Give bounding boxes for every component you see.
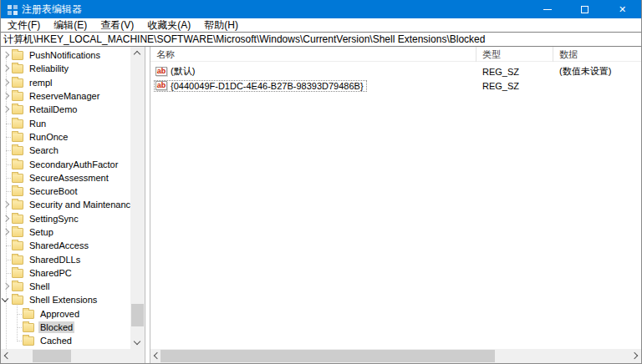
- tree-item-shell[interactable]: Shell: [1, 280, 130, 293]
- folder-icon: [12, 269, 23, 278]
- scroll-up-icon[interactable]: [134, 51, 140, 58]
- tree-connector-stub: [6, 273, 11, 274]
- close-button[interactable]: ✕: [604, 0, 641, 18]
- scroll-left-icon[interactable]: [4, 352, 11, 359]
- tree-item-label: Run: [28, 118, 48, 129]
- tree-item-secureboot[interactable]: SecureBoot: [1, 185, 130, 198]
- chevron-right-icon[interactable]: [3, 201, 9, 208]
- title-bar: 注册表编辑器 ✕: [1, 0, 641, 18]
- tree-item-label: SharedAccess: [28, 240, 90, 251]
- menu-help[interactable]: 帮助(H): [197, 18, 245, 33]
- tree-item-label: RetailDemo: [28, 104, 79, 115]
- tree-hscroll-thumb[interactable]: [33, 350, 71, 362]
- tree-connector-stub: [6, 164, 11, 165]
- tree-item-label: SecondaryAuthFactor: [28, 159, 120, 170]
- chevron-right-icon[interactable]: [3, 106, 9, 113]
- chevron-right-icon[interactable]: [3, 283, 9, 290]
- tree-item-reliability[interactable]: Reliability: [1, 62, 130, 75]
- tree-connector-stub: [17, 327, 22, 328]
- chevron-right-icon[interactable]: [3, 215, 9, 221]
- maximize-button[interactable]: [566, 0, 604, 18]
- tree-item-label: Setup: [28, 226, 55, 238]
- scroll-down-icon[interactable]: [134, 338, 140, 345]
- value-name[interactable]: ab(默认): [154, 64, 198, 78]
- tree-item-reservemanager[interactable]: ReserveManager: [1, 89, 130, 103]
- tree-item-security-and-maintenance[interactable]: Security and Maintenance: [1, 198, 130, 211]
- folder-icon: [12, 105, 23, 114]
- folder-icon: [12, 255, 23, 265]
- address-bar: [1, 32, 641, 47]
- tree-item-secureassessment[interactable]: SecureAssessment: [1, 171, 130, 185]
- registry-app-icon: [7, 4, 18, 15]
- folder-icon: [12, 160, 23, 169]
- list-horizontal-scrollbar[interactable]: [150, 349, 641, 363]
- column-header-data[interactable]: 数据: [553, 47, 641, 62]
- tree-item-cached[interactable]: Cached: [1, 334, 130, 347]
- tree-item-label: Approved: [38, 308, 81, 320]
- list-header: 名称 类型 数据: [150, 47, 641, 62]
- tree-item-search[interactable]: Search: [1, 144, 130, 157]
- folder-icon: [12, 119, 23, 129]
- tree-horizontal-scrollbar[interactable]: [1, 349, 145, 363]
- chevron-right-icon[interactable]: [3, 92, 9, 99]
- tree-item-pushnotifications[interactable]: PushNotifications: [1, 48, 130, 62]
- folder-icon: [12, 78, 23, 88]
- folder-icon: [12, 92, 23, 101]
- tree-item-rempl[interactable]: rempl: [1, 76, 130, 89]
- tree-vertical-scrollbar[interactable]: [130, 47, 145, 349]
- column-header-type[interactable]: 类型: [476, 47, 553, 62]
- list-rows: ab(默认)REG_SZ(数值未设置)ab{0440049F-D1DC-4E46…: [150, 62, 641, 93]
- menu-favorites[interactable]: 收藏夹(A): [140, 18, 197, 33]
- folder-icon: [23, 336, 34, 346]
- menu-file[interactable]: 文件(F): [1, 18, 47, 33]
- tree-item-secondaryauthfactor[interactable]: SecondaryAuthFactor: [1, 157, 130, 170]
- tree-connector-stub: [6, 124, 11, 124]
- folder-icon: [12, 133, 23, 142]
- tree-item-setup[interactable]: Setup: [1, 225, 130, 239]
- folder-icon: [12, 174, 23, 183]
- tree-item-shell-extensions[interactable]: Shell Extensions: [1, 293, 130, 306]
- scrollbar-corner: [130, 349, 145, 363]
- tree-item-label: Security and Maintenance: [28, 199, 130, 210]
- tree-panel: PushNotificationsReliabilityremplReserve…: [1, 47, 145, 363]
- tree-item-approved[interactable]: Approved: [1, 307, 130, 321]
- chevron-right-icon[interactable]: [3, 52, 9, 58]
- tree-item-shareddlls[interactable]: SharedDLLs: [1, 252, 130, 265]
- menu-edit[interactable]: 编辑(E): [47, 18, 94, 33]
- tree-connector-stub: [6, 150, 11, 151]
- address-input[interactable]: [1, 32, 641, 47]
- column-header-name[interactable]: 名称: [150, 47, 476, 62]
- value-row[interactable]: ab{0440049F-D1DC-4E46-B27B-98393D79486B}…: [150, 78, 641, 93]
- folder-icon: [12, 282, 23, 291]
- tree-vscroll-thumb[interactable]: [131, 304, 144, 326]
- tree-item-sharedpc[interactable]: SharedPC: [1, 266, 130, 280]
- tree-item-runonce[interactable]: RunOnce: [1, 130, 130, 144]
- minimize-button[interactable]: [528, 0, 566, 18]
- string-value-icon: ab: [155, 67, 167, 76]
- chevron-right-icon[interactable]: [3, 78, 9, 85]
- chevron-right-icon[interactable]: [3, 65, 9, 72]
- folder-icon: [23, 323, 34, 332]
- value-name[interactable]: ab{0440049F-D1DC-4E46-B27B-98393D79486B}: [154, 80, 367, 92]
- scroll-right-icon[interactable]: [631, 352, 638, 359]
- tree-item-settingsync[interactable]: SettingSync: [1, 212, 130, 225]
- tree-item-retaildemo[interactable]: RetailDemo: [1, 103, 130, 116]
- chevron-right-icon[interactable]: [3, 228, 9, 235]
- chevron-down-icon[interactable]: [2, 296, 8, 302]
- tree-item-run[interactable]: Run: [1, 116, 130, 129]
- scroll-left-icon[interactable]: [154, 352, 160, 359]
- folder-icon: [12, 64, 23, 73]
- panel-splitter[interactable]: [145, 47, 150, 363]
- tree-item-blocked[interactable]: Blocked: [1, 321, 130, 334]
- regedit-window: 注册表编辑器 ✕ 文件(F) 编辑(E) 查看(V) 收藏夹(A) 帮助(H) …: [0, 0, 642, 364]
- folder-icon: [12, 296, 23, 305]
- menu-view[interactable]: 查看(V): [94, 18, 140, 33]
- tree-item-label: SecureBoot: [28, 185, 79, 197]
- tree-item-label: Reliability: [28, 63, 70, 74]
- list-hscroll-thumb[interactable]: [160, 350, 495, 362]
- window-title: 注册表编辑器: [22, 3, 82, 17]
- tree-item-sharedaccess[interactable]: SharedAccess: [1, 239, 130, 252]
- value-row[interactable]: ab(默认)REG_SZ(数值未设置): [150, 64, 641, 78]
- values-panel: 名称 类型 数据 ab(默认)REG_SZ(数值未设置)ab{0440049F-…: [150, 47, 641, 363]
- tree-item-label: Shell Extensions: [28, 294, 99, 306]
